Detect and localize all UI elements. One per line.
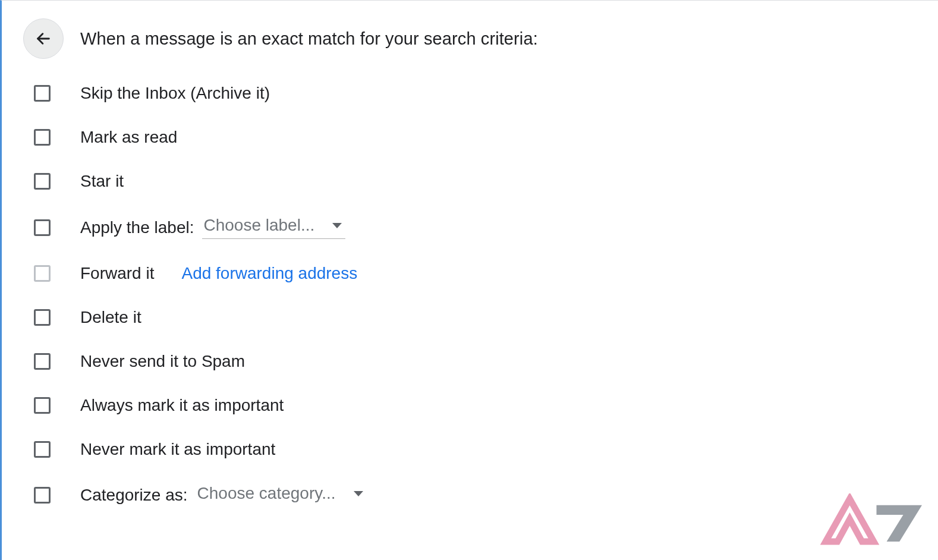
option-mark-read: Mark as read	[34, 128, 938, 147]
label-categorize-as: Categorize as:	[80, 486, 188, 505]
dropdown-choose-label-text: Choose label...	[203, 216, 314, 235]
option-forward-it: Forward it Add forwarding address	[34, 264, 938, 283]
option-never-important: Never mark it as important	[34, 440, 938, 459]
checkbox-never-spam[interactable]	[34, 353, 51, 370]
label-apply-label: Apply the label:	[80, 218, 194, 237]
label-forward-it: Forward it	[80, 264, 154, 283]
dropdown-choose-label[interactable]: Choose label...	[202, 216, 345, 239]
checkbox-mark-read[interactable]	[34, 129, 51, 146]
header-row: When a message is an exact match for you…	[23, 18, 938, 59]
checkbox-categorize-as[interactable]	[34, 487, 51, 504]
label-never-important: Never mark it as important	[80, 440, 275, 459]
caret-down-icon	[354, 491, 363, 496]
panel-title: When a message is an exact match for you…	[80, 29, 538, 49]
option-always-important: Always mark it as important	[34, 396, 938, 415]
filter-actions-panel: When a message is an exact match for you…	[2, 1, 938, 506]
ap-logo-icon	[820, 493, 927, 547]
option-star-it: Star it	[34, 172, 938, 191]
option-categorize-as: Categorize as: Choose category...	[34, 484, 938, 506]
link-add-forwarding-address[interactable]: Add forwarding address	[181, 264, 357, 283]
checkbox-never-important[interactable]	[34, 441, 51, 458]
options-list: Skip the Inbox (Archive it) Mark as read…	[23, 84, 938, 506]
checkbox-forward-it[interactable]	[34, 265, 51, 282]
arrow-left-icon	[35, 30, 52, 47]
checkbox-star-it[interactable]	[34, 173, 51, 190]
dropdown-choose-category[interactable]: Choose category...	[196, 484, 367, 506]
checkbox-delete-it[interactable]	[34, 309, 51, 326]
checkbox-always-important[interactable]	[34, 397, 51, 414]
dropdown-choose-category-text: Choose category...	[197, 484, 336, 503]
label-delete-it: Delete it	[80, 308, 141, 327]
label-never-spam: Never send it to Spam	[80, 352, 245, 371]
option-never-spam: Never send it to Spam	[34, 352, 938, 371]
label-mark-read: Mark as read	[80, 128, 177, 147]
caret-down-icon	[332, 223, 342, 228]
back-button[interactable]	[23, 18, 64, 59]
option-delete-it: Delete it	[34, 308, 938, 327]
checkbox-skip-inbox[interactable]	[34, 85, 51, 102]
checkbox-apply-label[interactable]	[34, 219, 51, 236]
label-skip-inbox: Skip the Inbox (Archive it)	[80, 84, 270, 103]
option-skip-inbox: Skip the Inbox (Archive it)	[34, 84, 938, 103]
option-apply-label: Apply the label: Choose label...	[34, 216, 938, 239]
label-always-important: Always mark it as important	[80, 396, 284, 415]
label-star-it: Star it	[80, 172, 124, 191]
watermark-logo	[820, 493, 927, 549]
